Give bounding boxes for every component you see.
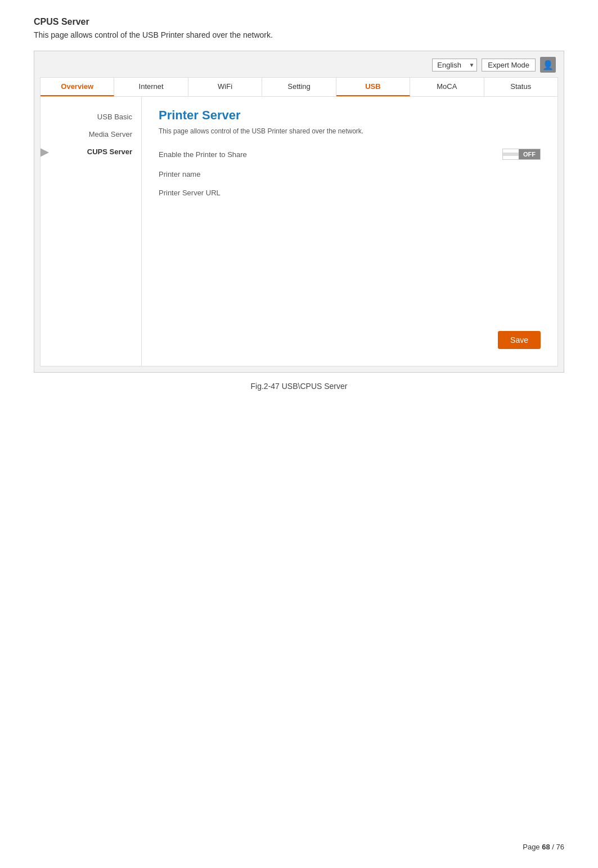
panel-description: This page allows control of the USB Prin… xyxy=(159,127,541,135)
footer-page-number: 68 xyxy=(542,843,550,851)
tab-wifi[interactable]: WiFi xyxy=(188,78,262,96)
nav-tabs: Overview Internet WiFi Setting USB MoCA … xyxy=(40,77,558,96)
sidebar-label-usb-basic: USB Basic xyxy=(97,113,132,121)
language-select[interactable]: English Chinese French German Spanish xyxy=(432,59,477,71)
sidebar-label-cups-server: CUPS Server xyxy=(87,147,132,156)
toggle-off-indicator xyxy=(503,153,519,156)
page-footer: Page 68 / 76 xyxy=(523,843,564,851)
panel-title: Printer Server xyxy=(159,108,541,123)
sidebar: USB Basic Media Server CUPS Server ▶ xyxy=(41,97,142,366)
footer-separator: / xyxy=(550,843,556,851)
sidebar-item-media-server[interactable]: Media Server xyxy=(41,126,141,143)
printer-name-label: Printer name xyxy=(159,170,271,178)
figure-caption: Fig.2-47 USB\CPUS Server xyxy=(34,382,564,391)
tab-usb[interactable]: USB xyxy=(336,78,410,96)
enable-printer-row: Enable the Printer to Share OFF xyxy=(159,149,541,160)
sidebar-label-media-server: Media Server xyxy=(89,130,132,138)
toggle-off-label: OFF xyxy=(519,149,540,159)
tab-moca[interactable]: MoCA xyxy=(410,78,484,96)
enable-printer-toggle[interactable]: OFF xyxy=(502,149,541,160)
tab-setting[interactable]: Setting xyxy=(262,78,336,96)
page-subtitle: This page allows control of the USB Prin… xyxy=(34,30,564,39)
user-icon: 👤 xyxy=(542,60,554,70)
printer-url-label: Printer Server URL xyxy=(159,189,271,197)
sidebar-item-cups-server[interactable]: CUPS Server ▶ xyxy=(41,143,141,160)
content-area: USB Basic Media Server CUPS Server ▶ Pri… xyxy=(40,96,558,366)
printer-name-row: Printer name xyxy=(159,170,541,178)
footer-total-pages: 76 xyxy=(556,843,564,851)
sidebar-active-arrow-icon: ▶ xyxy=(41,146,48,158)
printer-url-row: Printer Server URL xyxy=(159,189,541,197)
expert-mode-button[interactable]: Expert Mode xyxy=(482,59,536,71)
sidebar-item-usb-basic[interactable]: USB Basic xyxy=(41,108,141,126)
language-selector-wrapper[interactable]: English Chinese French German Spanish ▼ xyxy=(432,59,477,71)
main-panel: Printer Server This page allows control … xyxy=(142,97,557,366)
top-bar: English Chinese French German Spanish ▼ … xyxy=(40,57,558,73)
tab-overview[interactable]: Overview xyxy=(41,78,114,96)
router-ui: English Chinese French German Spanish ▼ … xyxy=(34,51,564,373)
footer-text: Page xyxy=(523,843,542,851)
save-button[interactable]: Save xyxy=(498,331,541,349)
tab-internet[interactable]: Internet xyxy=(114,78,188,96)
enable-printer-label: Enable the Printer to Share xyxy=(159,150,271,159)
page-title: CPUS Server xyxy=(34,17,564,27)
user-icon-button[interactable]: 👤 xyxy=(540,57,556,73)
save-button-row: Save xyxy=(498,331,541,349)
tab-status[interactable]: Status xyxy=(484,78,557,96)
